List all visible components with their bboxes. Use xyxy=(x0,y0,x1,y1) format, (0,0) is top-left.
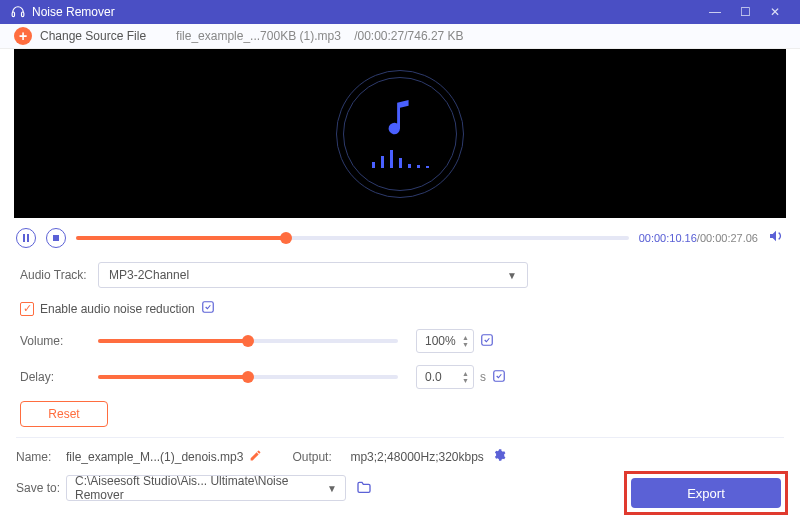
pause-button[interactable] xyxy=(16,228,36,248)
output-value: mp3;2;48000Hz;320kbps xyxy=(350,450,483,464)
stop-button[interactable] xyxy=(46,228,66,248)
noise-reduction-checkbox[interactable]: ✓ xyxy=(20,302,34,316)
equalizer-icon xyxy=(372,148,429,168)
delay-slider[interactable] xyxy=(98,375,398,379)
minimize-button[interactable]: — xyxy=(700,5,730,19)
delay-sync-icon[interactable] xyxy=(492,369,506,386)
save-to-label: Save to: xyxy=(16,481,66,495)
app-window: Noise Remover — ☐ ✕ + Change Source File… xyxy=(0,0,800,523)
audio-track-label: Audio Track: xyxy=(20,268,98,282)
save-path-select[interactable]: C:\Aiseesoft Studio\Ais... Ultimate\Nois… xyxy=(66,475,346,501)
delay-label: Delay: xyxy=(20,370,98,384)
export-highlight: Export xyxy=(624,471,788,515)
noise-reduction-label: Enable audio noise reduction xyxy=(40,302,195,316)
save-path-value: C:\Aiseesoft Studio\Ais... Ultimate\Nois… xyxy=(75,474,327,502)
svg-rect-7 xyxy=(494,370,505,381)
seek-slider[interactable] xyxy=(76,236,629,240)
time-display: 00:00:10.16/00:00:27.06 xyxy=(639,232,758,244)
delay-input[interactable]: 0.0▲▼ xyxy=(416,365,474,389)
source-duration: 00:00:27 xyxy=(358,29,405,43)
volume-slider[interactable] xyxy=(98,339,398,343)
svg-rect-2 xyxy=(23,234,25,242)
audio-track-row: Audio Track: MP3-2Channel ▼ xyxy=(20,262,780,288)
open-folder-icon[interactable] xyxy=(356,480,372,497)
titlebar: Noise Remover — ☐ ✕ xyxy=(0,0,800,24)
source-file-name: file_example_...700KB (1).mp3 xyxy=(176,29,341,43)
audio-visualizer xyxy=(336,70,464,198)
name-value: file_example_M...(1)_denois.mp3 xyxy=(66,450,243,464)
time-current: 00:00:10.16 xyxy=(639,232,697,244)
reset-button[interactable]: Reset xyxy=(20,401,108,427)
delay-spinner[interactable]: ▲▼ xyxy=(462,370,469,384)
app-icon xyxy=(10,4,26,20)
volume-spinner[interactable]: ▲▼ xyxy=(462,334,469,348)
output-settings-icon[interactable] xyxy=(492,448,506,465)
noise-settings-icon[interactable] xyxy=(201,300,215,317)
volume-sync-icon[interactable] xyxy=(480,333,494,350)
source-info-sep: / xyxy=(341,29,358,43)
divider xyxy=(16,437,784,438)
close-button[interactable]: ✕ xyxy=(760,5,790,19)
controls-panel: Audio Track: MP3-2Channel ▼ ✓ Enable aud… xyxy=(0,256,800,427)
svg-rect-6 xyxy=(482,334,493,345)
svg-rect-0 xyxy=(12,12,14,17)
svg-rect-4 xyxy=(53,235,59,241)
volume-label: Volume: xyxy=(20,334,98,348)
name-label: Name: xyxy=(16,450,66,464)
svg-rect-3 xyxy=(27,234,29,242)
chevron-down-icon: ▼ xyxy=(327,483,337,494)
svg-rect-5 xyxy=(203,302,214,313)
preview-area xyxy=(14,49,786,218)
music-note-icon xyxy=(382,100,418,140)
change-source-label[interactable]: Change Source File xyxy=(40,29,146,43)
playback-bar: 00:00:10.16/00:00:27.06 xyxy=(0,218,800,256)
time-total: 00:00:27.06 xyxy=(700,232,758,244)
output-label: Output: xyxy=(292,450,342,464)
maximize-button[interactable]: ☐ xyxy=(730,5,760,19)
audio-track-select[interactable]: MP3-2Channel ▼ xyxy=(98,262,528,288)
source-size: 746.27 KB xyxy=(408,29,464,43)
add-source-button[interactable]: + xyxy=(14,27,32,45)
export-button[interactable]: Export xyxy=(631,478,781,508)
volume-icon[interactable] xyxy=(768,228,784,248)
output-name-row: Name: file_example_M...(1)_denois.mp3 Ou… xyxy=(16,448,784,465)
edit-name-icon[interactable] xyxy=(249,449,262,465)
volume-row: Volume: 100%▲▼ xyxy=(20,329,780,353)
audio-track-value: MP3-2Channel xyxy=(109,268,189,282)
app-title: Noise Remover xyxy=(32,5,700,19)
delay-unit: s xyxy=(480,370,486,384)
svg-rect-1 xyxy=(22,12,24,17)
delay-row: Delay: 0.0▲▼ s xyxy=(20,365,780,389)
toolbar: + Change Source File file_example_...700… xyxy=(0,24,800,50)
volume-input[interactable]: 100%▲▼ xyxy=(416,329,474,353)
noise-reduction-row: ✓ Enable audio noise reduction xyxy=(20,300,780,317)
chevron-down-icon: ▼ xyxy=(507,270,517,281)
